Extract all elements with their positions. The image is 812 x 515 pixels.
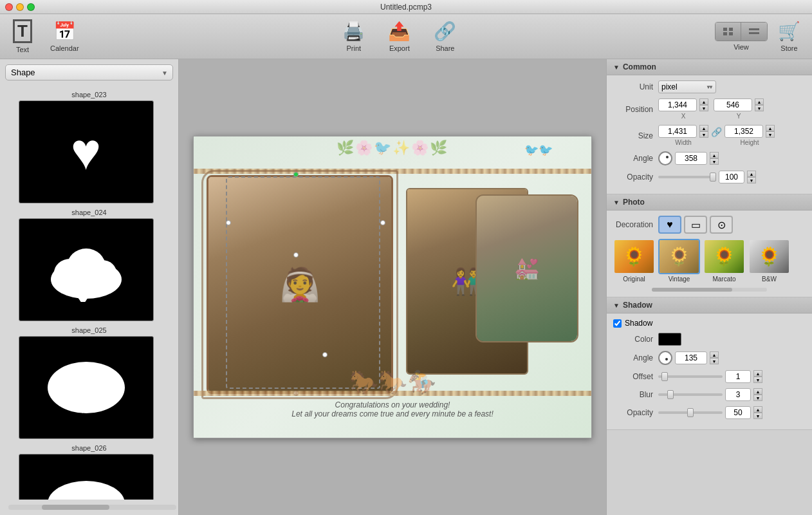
size-height-up[interactable]: ▲ — [766, 125, 775, 131]
store-button[interactable]: 🛒 Store — [773, 18, 806, 55]
angle-down[interactable]: ▼ — [710, 158, 719, 165]
size-height-down[interactable]: ▼ — [766, 131, 775, 138]
size-width-down[interactable]: ▼ — [699, 131, 708, 138]
size-height-label: Height — [741, 139, 759, 146]
shadow-angle-up[interactable]: ▲ — [710, 351, 719, 358]
horizontal-scrollbar[interactable] — [8, 505, 176, 510]
shadow-color-swatch[interactable] — [658, 333, 681, 346]
shadow-opacity-label: Opacity — [613, 408, 658, 417]
share-button[interactable]: 🔗 Share — [429, 18, 461, 55]
handle-bottom-right-mid[interactable] — [322, 352, 328, 357]
print-icon: 🖨️ — [342, 21, 365, 42]
opacity-input[interactable] — [719, 171, 744, 183]
shadow-blur-slider[interactable] — [658, 393, 723, 396]
handle-bottom-center[interactable] — [293, 252, 299, 258]
filter-vintage-item[interactable]: 🌻 Vintage — [658, 239, 700, 283]
shadow-opacity-slider[interactable] — [658, 411, 723, 414]
title-bar: Untitled.pcmp3 — [0, 0, 812, 14]
shadow-angle-down[interactable]: ▼ — [710, 358, 719, 364]
list-item[interactable]: shape_025 — [19, 324, 160, 439]
shadow-offset-slider[interactable] — [658, 375, 723, 378]
text-tool-button[interactable]: T Text — [6, 17, 39, 56]
export-button[interactable]: 📤 Export — [383, 18, 416, 55]
deco-rect-button[interactable]: ▭ — [684, 216, 707, 234]
common-section-header[interactable]: ▼ Common — [607, 59, 812, 75]
shadow-offset-input[interactable] — [725, 370, 751, 383]
angle-input[interactable] — [675, 152, 707, 165]
maximize-button[interactable] — [27, 3, 35, 11]
list-item[interactable]: shape_026 — [19, 442, 160, 500]
photo-section: ▼ Photo Decoration ♥ ▭ ⊙ — [607, 194, 812, 297]
angle-stepper: ▲ ▼ — [710, 152, 719, 165]
position-x-input[interactable] — [658, 98, 697, 111]
position-y-up[interactable]: ▲ — [755, 98, 764, 105]
handle-right[interactable] — [380, 220, 385, 225]
minimize-button[interactable] — [16, 3, 24, 11]
shadow-offset-down[interactable]: ▼ — [753, 377, 762, 383]
link-icon: 🔗 — [711, 127, 722, 137]
shadow-offset-row: Offset ▲ ▼ — [613, 370, 806, 383]
calendar-tool-button[interactable]: 📅 Calendar — [45, 18, 84, 55]
shadow-blur-down[interactable]: ▼ — [753, 395, 762, 401]
deco-circle-button[interactable]: ⊙ — [710, 216, 733, 234]
list-item[interactable]: shape_024 — [19, 207, 160, 321]
opacity-down[interactable]: ▼ — [747, 177, 756, 183]
shadow-angle-input[interactable] — [675, 351, 707, 364]
shadow-blur-up[interactable]: ▲ — [753, 388, 762, 395]
view-toggle-group — [715, 22, 768, 41]
unit-select[interactable]: pixel inch cm mm — [658, 80, 716, 93]
shape-dropdown[interactable]: Shape Photo Background — [5, 64, 173, 80]
view-mode-1-button[interactable] — [715, 23, 741, 41]
svg-rect-5 — [749, 32, 759, 34]
handle-left[interactable] — [226, 220, 231, 225]
common-section: ▼ Common Unit pixel inch cm mm ▼ — [607, 59, 812, 194]
shape-024-preview — [19, 218, 154, 321]
shadow-opacity-row: Opacity ▲ ▼ — [613, 406, 806, 419]
shadow-blur-row: Blur ▲ ▼ — [613, 388, 806, 401]
handle-top-rotate[interactable] — [293, 172, 299, 177]
position-y-stepper: ▲ ▼ — [755, 98, 764, 111]
print-button[interactable]: 🖨️ Print — [337, 18, 370, 55]
filter-scrollbar[interactable] — [652, 288, 767, 292]
filter-original-item[interactable]: 🌻 Original — [613, 239, 655, 283]
angle-up[interactable]: ▲ — [710, 152, 719, 158]
shadow-blur-input[interactable] — [725, 388, 751, 401]
svg-rect-0 — [723, 28, 727, 31]
filter-scrollbar-thumb[interactable] — [652, 288, 733, 292]
close-button[interactable] — [5, 3, 13, 11]
filter-bw-item[interactable]: 🌻 B&W — [748, 239, 790, 283]
photo-1[interactable]: 👰 — [207, 175, 393, 394]
shadow-checkbox[interactable] — [613, 319, 622, 328]
main-layout: Shape Photo Background shape_023 ♥ shape… — [0, 59, 812, 515]
size-width-up[interactable]: ▲ — [699, 125, 708, 131]
size-height-input[interactable] — [724, 125, 763, 138]
filter-marcato-item[interactable]: 🌻 Marcato — [703, 239, 745, 283]
shadow-section-header[interactable]: ▼ Shadow — [607, 297, 812, 314]
position-y-input[interactable] — [714, 98, 752, 111]
export-icon: 📤 — [388, 21, 411, 42]
scrollbar-thumb[interactable] — [42, 505, 109, 510]
print-label: Print — [347, 44, 362, 52]
photo-collapse-arrow: ▼ — [613, 199, 620, 206]
shadow-section-content: Shadow Color Angle ▲ — [607, 314, 812, 429]
shape-026-preview — [19, 454, 154, 500]
opacity-up[interactable]: ▲ — [747, 171, 756, 177]
view-mode-2-button[interactable] — [741, 23, 767, 41]
shadow-opacity-up[interactable]: ▲ — [753, 406, 762, 413]
deco-heart-button[interactable]: ♥ — [658, 216, 681, 234]
position-x-down[interactable]: ▼ — [699, 105, 708, 111]
photo-3[interactable]: 💒 — [475, 194, 578, 342]
position-x-item: ▲ ▼ X — [658, 98, 708, 120]
shadow-color-label: Color — [613, 335, 658, 344]
photo-section-header[interactable]: ▼ Photo — [607, 194, 812, 211]
position-x-up[interactable]: ▲ — [699, 98, 708, 105]
list-item[interactable]: shape_023 ♥ — [19, 89, 160, 203]
size-width-input[interactable] — [658, 125, 697, 138]
shadow-offset-up[interactable]: ▲ — [753, 370, 762, 377]
decoration-buttons: ♥ ▭ ⊙ — [658, 216, 733, 234]
opacity-slider[interactable] — [658, 176, 716, 178]
shadow-opacity-down[interactable]: ▼ — [753, 413, 762, 419]
canvas-frame[interactable]: 🌿🌸🐦✨🌸🌿 👰 👫 💒 — [193, 136, 592, 438]
position-y-down[interactable]: ▼ — [755, 105, 764, 111]
shadow-opacity-input[interactable] — [725, 406, 751, 419]
